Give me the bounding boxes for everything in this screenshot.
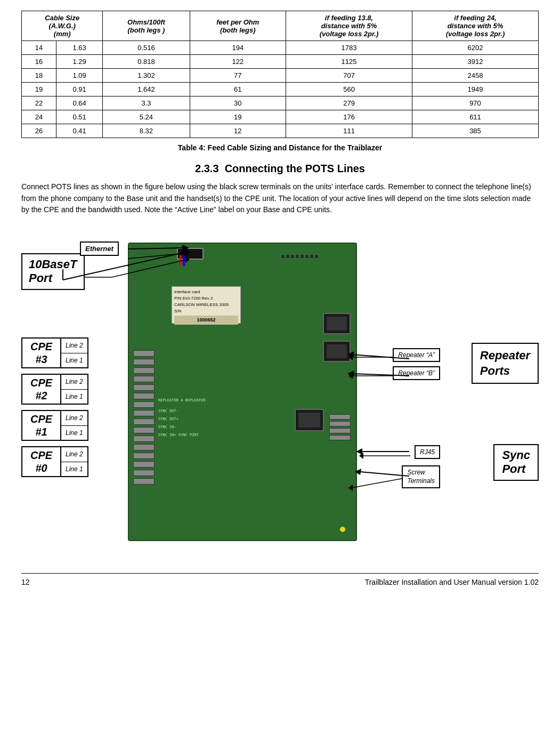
table-row: 161.290.81812211253912: [22, 55, 539, 69]
section-number: 2.3.3: [195, 163, 218, 174]
cpe1-line2: Line 2: [61, 411, 87, 426]
cpe1-lines: Line 2 Line 1: [61, 410, 88, 441]
repeater-a-text: Repeater “A”: [398, 351, 435, 359]
cell-awg: 26: [22, 124, 56, 138]
cpe3-section: CPE#3 Line 2 Line 1: [21, 337, 88, 368]
cell-value: 0.818: [103, 55, 190, 69]
ethernet-label: Ethernet: [80, 241, 119, 256]
screw-terminals-text: ScrewTerminals: [407, 469, 435, 485]
cell-value: 970: [412, 96, 539, 110]
table-header-cable-size: Cable Size(A.W.G.)(mm): [22, 11, 103, 41]
cell-value: 1125: [286, 55, 412, 69]
diagram-container: interface cardP/N 610-7200 Rev 2CARLSON …: [21, 227, 539, 557]
table-caption: Table 4: Feed Cable Sizing and Distance …: [21, 143, 539, 152]
cell-value: 122: [190, 55, 286, 69]
pcb-board: interface cardP/N 610-7200 Rev 2CARLSON …: [128, 243, 357, 541]
cell-value: 611: [412, 110, 539, 124]
table-header-feet: feet per Ohm(both legs): [190, 11, 286, 41]
cpe2-main-label: CPE#2: [21, 374, 61, 405]
cell-value: 560: [286, 83, 412, 96]
ethernet-label-text: Ethernet: [85, 245, 113, 253]
cell-value: 19: [190, 110, 286, 124]
cable-sizing-table: Cable Size(A.W.G.)(mm) Ohms/100ft(both l…: [21, 11, 539, 138]
svg-marker-10: [359, 453, 363, 459]
cpe1-main-label: CPE#1: [21, 410, 61, 441]
cpe3-line1: Line 1: [61, 353, 87, 368]
table-row: 220.643.330279970: [22, 96, 539, 110]
section-heading: 2.3.3 Connecting the POTS Lines: [21, 163, 539, 175]
cell-awg: 24: [22, 110, 56, 124]
cell-value: 1949: [412, 83, 539, 96]
table-header-24v: if feeding 24,distance with 5%(voltage l…: [412, 11, 539, 41]
cell-value: 707: [286, 69, 412, 83]
rj45-label: RJ45: [415, 445, 440, 459]
table-row: 190.911.642615601949: [22, 83, 539, 96]
cell-value: 176: [286, 110, 412, 124]
section-body: Connect POTS lines as shown in the figur…: [21, 181, 539, 216]
sync-port-text: SyncPort: [502, 448, 530, 476]
cpe0-section: CPE#0 Line 2 Line 1: [21, 446, 88, 477]
cell-mm: 1.09: [56, 69, 102, 83]
cell-value: 30: [190, 96, 286, 110]
cell-awg: 22: [22, 96, 56, 110]
repeater-ports-label: RepeaterPorts: [472, 343, 539, 384]
table-row: 240.515.2419176611: [22, 110, 539, 124]
page-footer: 12 Trailblazer Installation and User Man…: [21, 573, 539, 586]
repeater-ports-text: RepeaterPorts: [480, 349, 530, 377]
table-header-13v: if feeding 13.8,distance with 5%(voltage…: [286, 11, 412, 41]
cell-value: 0.516: [103, 41, 190, 55]
cpe1-section: CPE#1 Line 2 Line 1: [21, 410, 88, 441]
cell-value: 385: [412, 124, 539, 138]
cell-awg: 14: [22, 41, 56, 55]
rj45-text: RJ45: [420, 448, 435, 456]
cell-mm: 0.51: [56, 110, 102, 124]
cpe3-main-label: CPE#3: [21, 337, 61, 368]
cell-value: 8.32: [103, 124, 190, 138]
cpe0-lines: Line 2 Line 1: [61, 446, 88, 477]
cell-value: 3912: [412, 55, 539, 69]
led-indicator: [340, 527, 345, 532]
cell-awg: 16: [22, 55, 56, 69]
cell-value: 1.642: [103, 83, 190, 96]
pcb-card-label: interface cardP/N 610-7200 Rev 2CARLSON …: [172, 286, 241, 324]
document-title: Trailblazer Installation and User Manual…: [365, 578, 539, 586]
table-row: 181.091.302777072458: [22, 69, 539, 83]
cell-value: 111: [286, 124, 412, 138]
cell-value: 6202: [412, 41, 539, 55]
cpe2-section: CPE#2 Line 2 Line 1: [21, 374, 88, 405]
cell-mm: 0.91: [56, 83, 102, 96]
cell-value: 279: [286, 96, 412, 110]
cell-value: 194: [190, 41, 286, 55]
repeater-b-label: Repeater “B”: [393, 366, 440, 380]
cell-mm: 0.64: [56, 96, 102, 110]
cell-awg: 18: [22, 69, 56, 83]
cell-value: 5.24: [103, 110, 190, 124]
repeater-a-label: Repeater “A”: [393, 348, 440, 362]
cpe0-line2: Line 2: [61, 447, 87, 462]
table-row: 260.418.3212111385: [22, 124, 539, 138]
tenbaseT-label: 10BaseTPort: [21, 253, 85, 290]
tenbaseT-label-text: 10BaseTPort: [29, 257, 77, 285]
cpe2-line2: Line 2: [61, 375, 87, 390]
cell-value: 12: [190, 124, 286, 138]
cell-value: 3.3: [103, 96, 190, 110]
table-row: 141.630.51619417836202: [22, 41, 539, 55]
cpe2-lines: Line 2 Line 1: [61, 374, 88, 405]
screw-terminals-label: ScrewTerminals: [402, 465, 440, 488]
cell-mm: 1.63: [56, 41, 102, 55]
cell-value: 61: [190, 83, 286, 96]
cell-value: 1783: [286, 41, 412, 55]
cell-value: 2458: [412, 69, 539, 83]
cpe0-line1: Line 1: [61, 462, 87, 477]
cpe3-line2: Line 2: [61, 339, 87, 353]
section-title: Connecting the POTS Lines: [225, 163, 365, 174]
table-header-ohms: Ohms/100ft(both legs ): [103, 11, 190, 41]
cpe2-line1: Line 1: [61, 390, 87, 404]
sync-port-label: SyncPort: [493, 444, 539, 481]
cpe1-line1: Line 1: [61, 426, 87, 440]
cpe3-lines: Line 2 Line 1: [61, 337, 88, 368]
cpe0-main-label: CPE#0: [21, 446, 61, 477]
page-number: 12: [21, 578, 30, 586]
cell-value: 1.302: [103, 69, 190, 83]
cell-value: 77: [190, 69, 286, 83]
